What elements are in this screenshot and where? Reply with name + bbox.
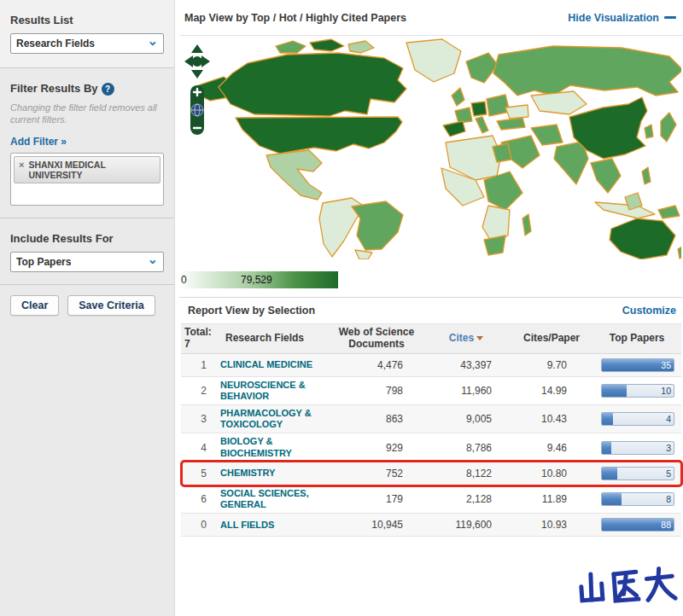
top-papers-cell: 3 <box>593 441 681 455</box>
top-papers-bar: 4 <box>601 412 674 426</box>
top-papers-bar: 10 <box>601 384 674 398</box>
filter-chip[interactable]: × SHANXI MEDICAL UNIVERSITY <box>14 156 161 183</box>
watermark-shanyida <box>577 565 678 609</box>
pan-left-arrow[interactable] <box>184 55 193 67</box>
results-list-heading: Results List <box>10 14 164 26</box>
row-rank: 6 <box>181 493 219 505</box>
sidebar: Results List Research Fields ⌄ Filter Re… <box>0 0 175 616</box>
column-header-cites-sort[interactable]: Cites <box>422 330 511 347</box>
cites-value: 11,960 <box>422 385 511 397</box>
sidebar-buttons: Clear Save Criteria <box>0 285 174 326</box>
table-row: 1CLINICAL MEDICINE4,47643,3979.7035 <box>181 354 681 377</box>
top-papers-bar-fill <box>602 413 613 425</box>
world-map[interactable] <box>195 36 681 259</box>
filter-note: Changing the filter field removes all cu… <box>10 102 164 126</box>
esi-page: Results List Research Fields ⌄ Filter Re… <box>0 0 683 616</box>
top-papers-bar: 8 <box>601 492 674 506</box>
total-value: 7 <box>184 339 217 351</box>
top-papers-value: 35 <box>661 360 671 370</box>
pan-right-arrow[interactable] <box>201 55 210 67</box>
pan-down-arrow[interactable] <box>191 70 203 78</box>
top-papers-cell: 10 <box>593 384 681 398</box>
save-criteria-button[interactable]: Save Criteria <box>67 295 155 316</box>
research-field-link[interactable]: BIOLOGY & BIOCHEMISTRY <box>219 436 331 458</box>
cites-per-paper-value: 9.70 <box>511 359 593 371</box>
table-row: 2NEUROSCIENCE & BEHAVIOR79811,96014.9910 <box>181 377 681 405</box>
map-view-title: Map View by Top / Hot / Highly Cited Pap… <box>184 12 406 24</box>
table-row: 0ALL FIELDS10,945119,60010.9388 <box>181 514 681 537</box>
cites-value: 9,005 <box>422 413 511 425</box>
customize-link[interactable]: Customize <box>622 305 676 317</box>
cites-per-paper-value: 9.46 <box>511 442 593 454</box>
filter-heading-label: Filter Results By <box>10 82 98 95</box>
hide-visualization-link[interactable]: Hide Visualization <box>568 12 676 24</box>
legend-max-label: 79,529 <box>241 274 272 286</box>
remove-filter-icon[interactable]: × <box>19 160 24 170</box>
cites-value: 119,600 <box>422 519 511 531</box>
results-list-section: Results List Research Fields ⌄ <box>0 0 174 68</box>
top-papers-value: 88 <box>661 520 671 530</box>
include-results-select[interactable]: Top Papers ⌄ <box>10 252 164 272</box>
top-papers-cell: 4 <box>593 412 681 426</box>
chevron-down-icon: ⌄ <box>147 37 158 45</box>
top-papers-bar: 88 <box>601 518 674 532</box>
total-count: Total: 7 <box>181 324 219 353</box>
include-results-heading: Include Results For <box>10 232 164 245</box>
documents-value: 10,945 <box>331 519 422 531</box>
top-papers-value: 8 <box>666 494 671 504</box>
row-rank: 0 <box>181 519 219 531</box>
hide-visualization-label: Hide Visualization <box>568 12 659 24</box>
sort-down-icon <box>476 336 483 340</box>
research-field-link[interactable]: CLINICAL MEDICINE <box>219 359 331 370</box>
cites-value: 2,128 <box>422 493 511 505</box>
include-results-selected: Top Papers <box>16 256 71 268</box>
table-row: 6SOCIAL SCIENCES, GENERAL1792,12811.898 <box>181 485 681 514</box>
map-area <box>179 36 683 264</box>
row-rank: 2 <box>181 385 219 397</box>
top-papers-value: 3 <box>666 443 671 453</box>
map-controls <box>183 43 212 138</box>
legend-min-label: 0 <box>181 274 187 286</box>
top-papers-cell: 35 <box>593 358 681 372</box>
documents-value: 4,476 <box>331 359 422 371</box>
cites-value: 8,122 <box>422 468 511 479</box>
column-header-cites-per-paper: Cites/Paper <box>511 330 593 347</box>
documents-value: 929 <box>331 442 422 454</box>
top-papers-bar-fill <box>602 468 617 479</box>
table-header-row: Total: 7 Research Fields Web of Science … <box>181 323 681 354</box>
report-view-header: Report View by Selection Customize <box>179 298 683 323</box>
cites-value: 43,397 <box>422 359 511 371</box>
results-table: Total: 7 Research Fields Web of Science … <box>181 323 681 537</box>
filter-chip-label: SHANXI MEDICAL UNIVERSITY <box>28 160 131 180</box>
research-field-link[interactable]: CHEMISTRY <box>219 468 331 479</box>
column-header-research-fields: Research Fields <box>219 330 331 347</box>
documents-value: 798 <box>331 385 422 397</box>
minus-icon <box>664 16 676 19</box>
help-icon[interactable]: ? <box>102 83 114 96</box>
chevron-down-icon: ⌄ <box>147 255 158 264</box>
top-papers-bar: 3 <box>601 441 674 455</box>
clear-button[interactable]: Clear <box>10 295 59 316</box>
total-label: Total: <box>184 327 217 339</box>
cites-per-paper-value: 10.43 <box>511 413 593 425</box>
column-header-documents: Web of Science Documents <box>331 324 422 353</box>
table-body: 1CLINICAL MEDICINE4,47643,3979.70352NEUR… <box>181 354 681 538</box>
column-header-top-papers: Top Papers <box>593 330 681 347</box>
research-field-link[interactable]: PHARMACOLOGY & TOXICOLOGY <box>219 408 331 430</box>
research-field-link[interactable]: SOCIAL SCIENCES, GENERAL <box>219 488 331 510</box>
top-papers-bar: 5 <box>601 467 674 480</box>
row-rank: 5 <box>181 468 219 479</box>
research-field-link[interactable]: NEUROSCIENCE & BEHAVIOR <box>219 380 331 402</box>
results-list-selected: Research Fields <box>16 38 95 49</box>
top-papers-value: 10 <box>661 386 671 396</box>
research-field-link[interactable]: ALL FIELDS <box>219 520 331 531</box>
filter-heading: Filter Results By? <box>10 82 164 96</box>
pan-up-arrow[interactable] <box>191 44 203 53</box>
top-papers-bar-fill <box>602 493 622 505</box>
top-papers-bar: 35 <box>601 358 674 372</box>
table-row: 3PHARMACOLOGY & TOXICOLOGY8639,00510.434 <box>181 405 681 433</box>
add-filter-link[interactable]: Add Filter » <box>10 136 67 148</box>
map-legend: 0 79,529 <box>179 264 683 297</box>
include-results-section: Include Results For Top Papers ⌄ <box>0 218 174 285</box>
results-list-select[interactable]: Research Fields ⌄ <box>10 33 164 54</box>
